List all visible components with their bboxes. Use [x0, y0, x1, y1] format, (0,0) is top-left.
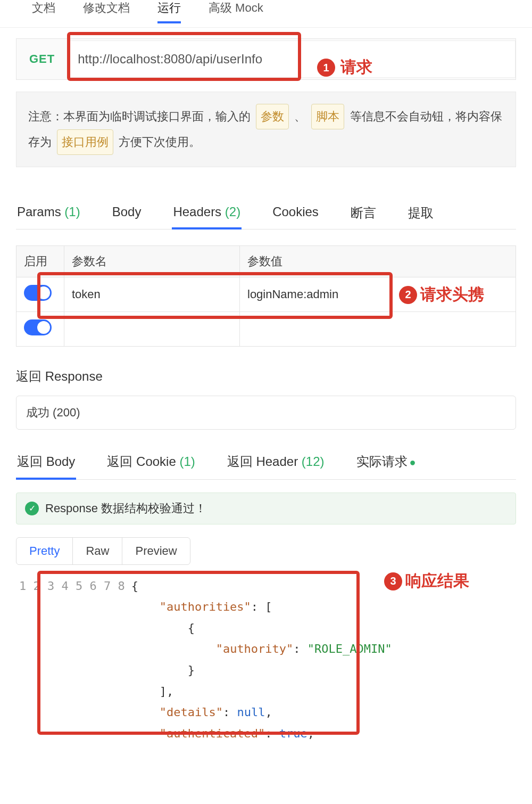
annotation-badge-3: 3: [384, 572, 402, 590]
tab-headers[interactable]: Headers (2): [172, 204, 242, 229]
tab-extract[interactable]: 提取: [407, 204, 435, 229]
top-tabs: 文档 修改文档 运行 高级 Mock: [0, 0, 532, 28]
view-raw[interactable]: Raw: [73, 538, 122, 564]
chip-case: 接口用例: [57, 129, 113, 155]
view-mode-group: Pretty Raw Preview: [16, 537, 190, 565]
notice-text: 注意：本界面为临时调试接口界面，输入的: [28, 110, 251, 123]
rtab-cookie-count: (1): [179, 454, 195, 469]
annotation-frame-2: [37, 272, 393, 319]
check-icon: ✓: [25, 502, 39, 515]
rtab-header[interactable]: 返回 Header (12): [226, 453, 326, 479]
notice-text-suffix: 方便下次使用。: [119, 135, 201, 149]
rtab-cookie-label: 返回 Cookie: [107, 454, 176, 469]
tab-headers-count: (2): [225, 204, 240, 219]
tab-body-label: Body: [112, 204, 142, 219]
rtab-header-count: (12): [302, 454, 325, 469]
view-preview[interactable]: Preview: [122, 538, 189, 564]
rtab-actual-label: 实际请求: [356, 454, 408, 469]
tab-assert-label: 断言: [351, 206, 376, 220]
tab-cookies[interactable]: Cookies: [271, 204, 320, 229]
request-bar-wrap: GET http://localhost:8080/api/userInfo 1…: [0, 28, 532, 80]
tab-edit-doc[interactable]: 修改文档: [83, 0, 130, 23]
annotation-label-3: 响应结果: [405, 570, 469, 592]
rtab-actual-req[interactable]: 实际请求●: [355, 453, 417, 479]
notice-sep: 、: [294, 110, 306, 123]
status-dot-icon: ●: [410, 456, 416, 468]
validation-text: Response 数据结构校验通过！: [45, 501, 206, 516]
request-sub-tabs: Params (1) Body Headers (2) Cookies 断言 提…: [16, 204, 516, 229]
response-section-title: 返回 Response: [16, 368, 516, 385]
chip-script: 脚本: [311, 104, 344, 129]
tab-run[interactable]: 运行: [157, 0, 181, 23]
tab-doc[interactable]: 文档: [32, 0, 55, 23]
annotation-badge-2: 2: [399, 286, 417, 304]
tab-params-count: (1): [64, 204, 80, 219]
annotation-label-1: 请求: [340, 56, 372, 78]
tab-assert[interactable]: 断言: [350, 204, 377, 229]
response-body-wrap: Pretty Raw Preview 1 2 3 4 5 6 7 8 { "au…: [16, 537, 516, 746]
headers-table-wrap: 启用 参数名 参数值 token loginName:admin 2 请求头携: [16, 245, 516, 347]
tab-mock[interactable]: 高级 Mock: [209, 0, 263, 23]
notice-banner: 注意：本界面为临时调试接口界面，输入的 参数 、 脚本 等信息不会自动钮，将内容…: [16, 92, 516, 167]
rtab-body-label: 返回 Body: [17, 454, 75, 469]
tab-params-label: Params: [17, 204, 61, 219]
enable-toggle[interactable]: [24, 319, 52, 335]
rtab-header-label: 返回 Header: [227, 454, 298, 469]
http-method-select[interactable]: GET: [16, 52, 68, 66]
annotation-frame-1: [67, 32, 301, 81]
rtab-body[interactable]: 返回 Body: [16, 453, 76, 480]
tab-extract-label: 提取: [408, 206, 434, 220]
annotation-badge-1: 1: [317, 59, 335, 77]
rtab-cookie[interactable]: 返回 Cookie (1): [106, 453, 196, 479]
tab-headers-label: Headers: [173, 204, 221, 219]
annotation-label-2: 请求头携: [420, 284, 484, 306]
validation-banner: ✓ Response 数据结构校验通过！: [16, 493, 516, 524]
tab-params[interactable]: Params (1): [16, 204, 81, 229]
chip-params: 参数: [256, 104, 289, 129]
response-tabs: 返回 Body 返回 Cookie (1) 返回 Header (12) 实际请…: [16, 453, 516, 480]
tab-body[interactable]: Body: [111, 204, 143, 229]
annotation-frame-3: [37, 571, 360, 735]
response-status-select[interactable]: 成功 (200): [16, 396, 516, 430]
tab-cookies-label: Cookies: [272, 204, 319, 219]
view-pretty[interactable]: Pretty: [16, 538, 73, 564]
